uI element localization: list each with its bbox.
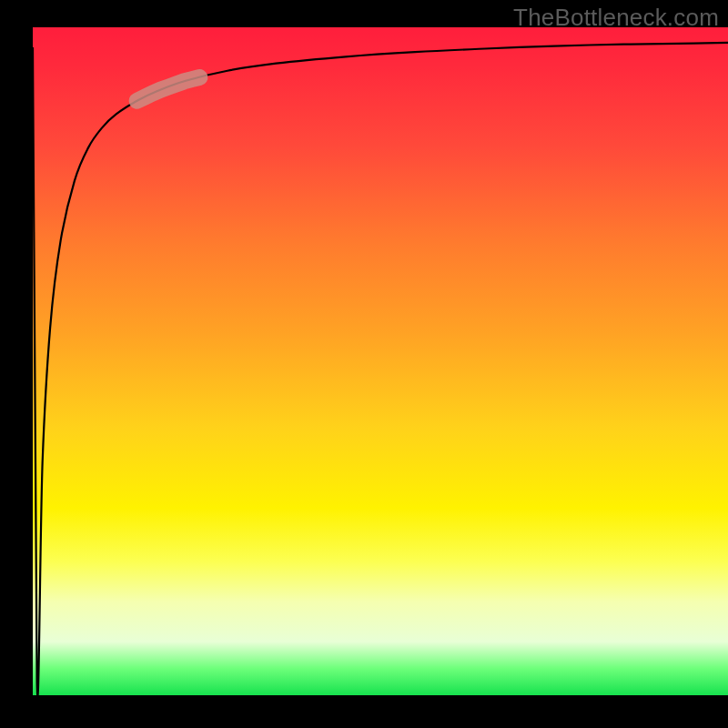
y-axis xyxy=(29,27,33,699)
watermark-text: TheBottleneck.com xyxy=(513,4,719,32)
highlighted-region xyxy=(137,77,200,101)
x-axis xyxy=(29,695,728,699)
bottleneck-curve xyxy=(33,43,728,695)
chart-frame: TheBottleneck.com xyxy=(0,0,728,728)
chart-overlay xyxy=(33,27,728,695)
